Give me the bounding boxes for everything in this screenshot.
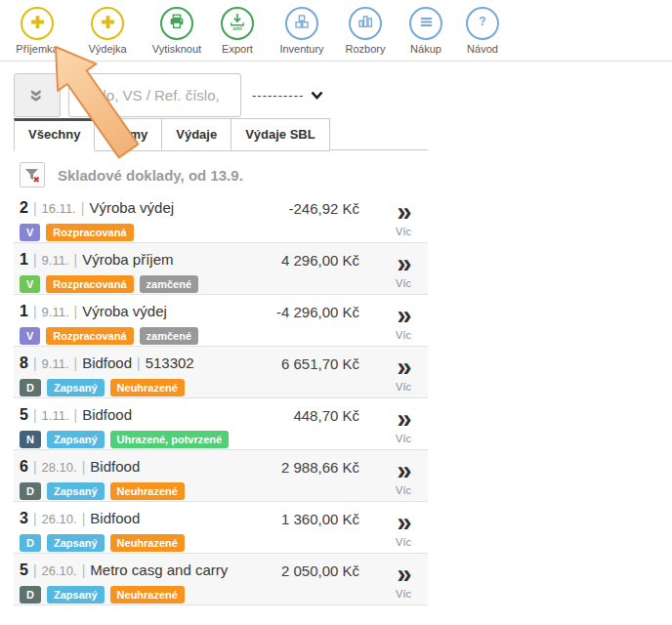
status-badge: Rozpracovaná <box>46 275 133 293</box>
row-badges: DZapsanýNeuhrazené <box>20 533 428 552</box>
row-more-button[interactable]: » Víc <box>381 201 426 237</box>
toolbar-button-label: Výdejka <box>72 43 143 55</box>
status-badge: zamčené <box>140 327 198 345</box>
filter-clear-icon <box>23 166 41 184</box>
plus-icon <box>29 14 46 34</box>
row-date: 28.10. <box>42 460 77 475</box>
svg-text:xml: xml <box>232 25 242 31</box>
row-more-button[interactable]: » Víc <box>381 408 426 444</box>
toolbar-button-label: Export <box>202 43 273 55</box>
row-date: 1.11. <box>42 408 69 423</box>
row-more-button[interactable]: » Víc <box>381 460 426 496</box>
row-more-button[interactable]: » Víc <box>381 305 426 341</box>
row-item-count: 1 <box>20 303 28 319</box>
double-chevron-right-icon: » <box>381 201 426 224</box>
row-amount: 1 360,00 Kč <box>281 511 359 527</box>
document-row[interactable]: 2|16.11.|Výroba výdej -246,92 Kč VRozpra… <box>14 191 428 243</box>
row-item-count: 2 <box>20 199 28 216</box>
status-badge: N <box>20 431 41 448</box>
document-row[interactable]: 5|26.10.|Metro casg and carry 2 050,00 K… <box>14 554 428 605</box>
row-amount: 4 296,00 Kč <box>281 252 359 269</box>
chevrons-down-icon: » <box>25 89 49 102</box>
row-title: Bidfood <box>90 458 140 475</box>
row-more-button[interactable]: » Víc <box>381 563 426 600</box>
document-list: 2|16.11.|Výroba výdej -246,92 Kč VRozpra… <box>14 191 428 605</box>
status-badge: Rozpracovaná <box>46 224 133 241</box>
status-badge: Neuhrazené <box>110 534 185 552</box>
question-icon: ? <box>474 13 491 34</box>
toolbar-button-inventury[interactable]: Inventury <box>267 7 337 55</box>
svg-text:?: ? <box>479 15 485 28</box>
status-badge: Neuhrazené <box>110 379 185 396</box>
toolbar-button-prijemka[interactable]: Příjemka <box>2 7 72 55</box>
double-chevron-right-icon: » <box>381 512 426 534</box>
status-badge: Zapsaný <box>47 586 105 604</box>
row-date: 9.11. <box>42 356 69 371</box>
status-badge: Zapsaný <box>47 482 105 500</box>
document-row[interactable]: 3|26.10.|Bidfood 1 360,00 Kč DZapsanýNeu… <box>14 502 428 554</box>
toolbar-button-export[interactable]: xml Export <box>202 7 273 55</box>
row-more-button[interactable]: » Víc <box>381 356 426 393</box>
row-title: Výroba příjem <box>82 251 173 268</box>
row-item-count: 6 <box>20 458 28 475</box>
row-badges: VRozpracovaná <box>20 223 428 241</box>
toolbar-button-label: Návod <box>447 43 518 55</box>
more-label: Víc <box>381 484 426 496</box>
expand-filters-button[interactable]: » <box>14 73 61 117</box>
row-date: 26.10. <box>42 512 77 526</box>
double-chevron-right-icon: » <box>381 460 426 482</box>
row-date: 26.10. <box>42 563 77 578</box>
more-label: Víc <box>381 433 426 444</box>
tab-vydaje-sbl[interactable]: Výdaje SBL <box>231 118 330 151</box>
row-title: Bidfood <box>82 354 132 371</box>
tab-prijmy[interactable]: Příjmy <box>95 118 162 151</box>
more-label: Víc <box>381 588 426 600</box>
tab-vydaje[interactable]: Výdaje <box>162 118 231 151</box>
more-label: Víc <box>381 277 426 289</box>
status-badge: V <box>20 224 40 241</box>
double-chevron-right-icon: » <box>381 253 426 275</box>
toolbar-button-vydejka[interactable]: Výdejka <box>72 7 143 55</box>
status-badge: Zapsaný <box>47 534 105 552</box>
document-row[interactable]: 1|9.11.|Výroba příjem 4 296,00 Kč VRozpr… <box>14 243 428 295</box>
row-item-count: 5 <box>20 406 28 423</box>
status-badge: V <box>20 275 40 293</box>
document-row[interactable]: 6|28.10.|Bidfood 2 988,66 Kč DZapsanýNeu… <box>14 450 428 502</box>
tab-vsechny[interactable]: Všechny <box>14 118 95 151</box>
row-badges: VRozpracovanázamčené <box>20 326 428 345</box>
status-badge: Rozpracovaná <box>46 327 133 345</box>
double-chevron-right-icon: » <box>381 305 426 327</box>
row-badges: DZapsanýNeuhrazené <box>20 378 428 396</box>
row-amount: -4 296,00 Kč <box>276 304 359 320</box>
status-badge: Neuhrazené <box>110 586 185 604</box>
document-row[interactable]: 1|9.11.|Výroba výdej -4 296,00 Kč VRozpr… <box>14 295 428 347</box>
status-badge: V <box>20 327 40 345</box>
document-row[interactable]: 5|1.11.|Bidfood 448,70 Kč NZapsanýUhraze… <box>14 398 428 450</box>
toolbar-button-label: Inventury <box>267 43 337 55</box>
clear-filter-button[interactable] <box>20 162 45 188</box>
chevron-down-icon <box>311 91 323 100</box>
row-more-button[interactable]: » Víc <box>381 512 426 548</box>
warehouse-select-value: ---------- <box>252 88 304 103</box>
row-amount: 2 050,00 Kč <box>281 562 359 579</box>
row-more-button[interactable]: » Víc <box>381 253 426 289</box>
status-badge: D <box>20 534 41 552</box>
status-badge: D <box>20 586 41 604</box>
document-row[interactable]: 8|9.11.|Bidfood|513302 6 651,70 Kč DZaps… <box>14 347 428 398</box>
status-badge: Zapsaný <box>47 379 105 396</box>
more-label: Víc <box>381 226 426 237</box>
search-input[interactable] <box>68 73 241 117</box>
boxes-icon <box>293 13 311 34</box>
row-badges: VRozpracovanázamčené <box>20 274 428 293</box>
status-badge: D <box>20 379 41 396</box>
toolbar-button-label: Příjemka <box>2 43 72 55</box>
double-chevron-right-icon: » <box>381 563 426 586</box>
status-badge: zamčené <box>140 275 198 293</box>
top-toolbar: Příjemka Výdejka Vytisknout xml Export I… <box>0 0 672 62</box>
row-date: 16.11. <box>42 201 76 216</box>
row-item-count: 5 <box>20 562 28 578</box>
warehouse-select[interactable]: ---------- <box>252 82 323 107</box>
printer-icon <box>168 13 186 34</box>
row-amount: 448,70 Kč <box>293 407 359 424</box>
toolbar-button-navod[interactable]: ? Návod <box>447 7 518 55</box>
